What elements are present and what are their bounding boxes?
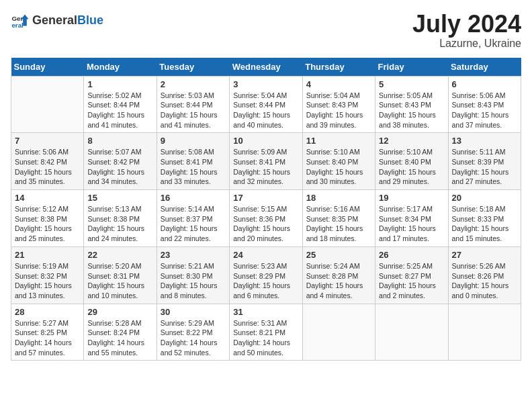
calendar-header-row: Sunday Monday Tuesday Wednesday Thursday…: [11, 58, 521, 77]
table-row: 14Sunrise: 5:12 AMSunset: 8:38 PMDayligh…: [11, 190, 84, 247]
title-block: July 2024 Lazurne, Ukraine: [412, 11, 521, 50]
svg-text:eral: eral: [11, 21, 24, 29]
day-info: Sunrise: 5:02 AMSunset: 8:44 PMDaylight:…: [87, 91, 152, 130]
day-info: Sunrise: 5:15 AMSunset: 8:36 PMDaylight:…: [233, 204, 298, 244]
day-info: Sunrise: 5:03 AMSunset: 8:44 PMDaylight:…: [161, 91, 226, 130]
day-number: 1: [87, 79, 152, 89]
day-number: 2: [161, 79, 226, 89]
calendar-week-row: 7Sunrise: 5:06 AMSunset: 8:42 PMDaylight…: [11, 133, 521, 190]
calendar-table: Sunday Monday Tuesday Wednesday Thursday…: [11, 58, 521, 361]
day-info: Sunrise: 5:12 AMSunset: 8:38 PMDaylight:…: [15, 204, 80, 244]
day-info: Sunrise: 5:19 AMSunset: 8:32 PMDaylight:…: [15, 261, 80, 301]
day-info: Sunrise: 5:10 AMSunset: 8:40 PMDaylight:…: [306, 147, 371, 187]
table-row: 13Sunrise: 5:11 AMSunset: 8:39 PMDayligh…: [448, 133, 521, 190]
table-row: 17Sunrise: 5:15 AMSunset: 8:36 PMDayligh…: [230, 190, 302, 247]
day-info: Sunrise: 5:10 AMSunset: 8:40 PMDaylight:…: [379, 147, 444, 187]
day-number: 3: [233, 79, 298, 89]
day-number: 5: [379, 79, 444, 89]
table-row: 4Sunrise: 5:04 AMSunset: 8:43 PMDaylight…: [302, 76, 375, 133]
day-number: 15: [87, 193, 152, 203]
table-row: 26Sunrise: 5:25 AMSunset: 8:27 PMDayligh…: [375, 246, 448, 304]
col-tuesday: Tuesday: [157, 58, 229, 77]
day-number: 21: [15, 250, 80, 260]
day-info: Sunrise: 5:06 AMSunset: 8:43 PMDaylight:…: [452, 91, 517, 130]
day-info: Sunrise: 5:05 AMSunset: 8:43 PMDaylight:…: [379, 91, 444, 130]
day-info: Sunrise: 5:21 AMSunset: 8:30 PMDaylight:…: [161, 261, 226, 301]
col-monday: Monday: [84, 58, 157, 77]
day-number: 9: [161, 136, 226, 146]
table-row: 30Sunrise: 5:29 AMSunset: 8:22 PMDayligh…: [157, 304, 229, 361]
day-info: Sunrise: 5:20 AMSunset: 8:31 PMDaylight:…: [87, 261, 152, 301]
day-info: Sunrise: 5:26 AMSunset: 8:26 PMDaylight:…: [452, 261, 517, 301]
day-number: 13: [452, 136, 517, 146]
day-info: Sunrise: 5:27 AMSunset: 8:25 PMDaylight:…: [15, 318, 80, 358]
day-info: Sunrise: 5:04 AMSunset: 8:43 PMDaylight:…: [306, 91, 371, 130]
day-number: 10: [233, 136, 298, 146]
logo-general-text: General: [32, 13, 77, 28]
table-row: 16Sunrise: 5:14 AMSunset: 8:37 PMDayligh…: [157, 190, 229, 247]
day-info: Sunrise: 5:29 AMSunset: 8:22 PMDaylight:…: [161, 318, 226, 358]
day-info: Sunrise: 5:09 AMSunset: 8:41 PMDaylight:…: [233, 147, 298, 187]
day-number: 8: [87, 136, 152, 146]
col-thursday: Thursday: [302, 58, 375, 77]
table-row: 21Sunrise: 5:19 AMSunset: 8:32 PMDayligh…: [11, 246, 84, 304]
day-number: 6: [452, 79, 517, 89]
day-info: Sunrise: 5:13 AMSunset: 8:38 PMDaylight:…: [87, 204, 152, 244]
table-row: 22Sunrise: 5:20 AMSunset: 8:31 PMDayligh…: [84, 246, 157, 304]
table-row: 5Sunrise: 5:05 AMSunset: 8:43 PMDaylight…: [375, 76, 448, 133]
logo-icon: Gen eral: [11, 11, 30, 30]
day-info: Sunrise: 5:11 AMSunset: 8:39 PMDaylight:…: [452, 147, 517, 187]
table-row: 31Sunrise: 5:31 AMSunset: 8:21 PMDayligh…: [230, 304, 302, 361]
table-row: 28Sunrise: 5:27 AMSunset: 8:25 PMDayligh…: [11, 304, 84, 361]
table-row: [11, 76, 84, 133]
table-row: 6Sunrise: 5:06 AMSunset: 8:43 PMDaylight…: [448, 76, 521, 133]
day-number: 22: [87, 250, 152, 260]
day-number: 7: [15, 136, 80, 146]
day-number: 11: [306, 136, 371, 146]
table-row: 24Sunrise: 5:23 AMSunset: 8:29 PMDayligh…: [230, 246, 302, 304]
day-info: Sunrise: 5:18 AMSunset: 8:33 PMDaylight:…: [452, 204, 517, 244]
table-row: 25Sunrise: 5:24 AMSunset: 8:28 PMDayligh…: [302, 246, 375, 304]
day-number: 29: [87, 307, 152, 317]
day-info: Sunrise: 5:16 AMSunset: 8:35 PMDaylight:…: [306, 204, 371, 244]
table-row: 12Sunrise: 5:10 AMSunset: 8:40 PMDayligh…: [375, 133, 448, 190]
table-row: 3Sunrise: 5:04 AMSunset: 8:44 PMDaylight…: [230, 76, 302, 133]
day-number: 17: [233, 193, 298, 203]
day-info: Sunrise: 5:07 AMSunset: 8:42 PMDaylight:…: [87, 147, 152, 187]
day-number: 12: [379, 136, 444, 146]
day-number: 14: [15, 193, 80, 203]
day-number: 4: [306, 79, 371, 89]
table-row: 29Sunrise: 5:28 AMSunset: 8:24 PMDayligh…: [84, 304, 157, 361]
day-number: 28: [15, 307, 80, 317]
table-row: [375, 304, 448, 361]
table-row: 1Sunrise: 5:02 AMSunset: 8:44 PMDaylight…: [84, 76, 157, 133]
month-title: July 2024: [412, 11, 521, 38]
logo-blue-text: Blue: [77, 13, 103, 28]
day-info: Sunrise: 5:23 AMSunset: 8:29 PMDaylight:…: [233, 261, 298, 301]
day-number: 16: [161, 193, 226, 203]
day-number: 31: [233, 307, 298, 317]
calendar-week-row: 14Sunrise: 5:12 AMSunset: 8:38 PMDayligh…: [11, 190, 521, 247]
day-number: 25: [306, 250, 371, 260]
table-row: 11Sunrise: 5:10 AMSunset: 8:40 PMDayligh…: [302, 133, 375, 190]
table-row: 8Sunrise: 5:07 AMSunset: 8:42 PMDaylight…: [84, 133, 157, 190]
day-number: 18: [306, 193, 371, 203]
calendar-week-row: 1Sunrise: 5:02 AMSunset: 8:44 PMDaylight…: [11, 76, 521, 133]
day-number: 24: [233, 250, 298, 260]
table-row: 27Sunrise: 5:26 AMSunset: 8:26 PMDayligh…: [448, 246, 521, 304]
table-row: [302, 304, 375, 361]
day-number: 20: [452, 193, 517, 203]
day-info: Sunrise: 5:31 AMSunset: 8:21 PMDaylight:…: [233, 318, 298, 358]
table-row: 18Sunrise: 5:16 AMSunset: 8:35 PMDayligh…: [302, 190, 375, 247]
col-saturday: Saturday: [448, 58, 521, 77]
col-wednesday: Wednesday: [230, 58, 302, 77]
table-row: 19Sunrise: 5:17 AMSunset: 8:34 PMDayligh…: [375, 190, 448, 247]
table-row: 10Sunrise: 5:09 AMSunset: 8:41 PMDayligh…: [230, 133, 302, 190]
page-header: Gen eral General Blue July 2024 Lazurne,…: [11, 11, 521, 50]
table-row: 7Sunrise: 5:06 AMSunset: 8:42 PMDaylight…: [11, 133, 84, 190]
location-title: Lazurne, Ukraine: [412, 38, 521, 50]
day-info: Sunrise: 5:25 AMSunset: 8:27 PMDaylight:…: [379, 261, 444, 301]
logo: Gen eral General Blue: [11, 11, 103, 30]
day-info: Sunrise: 5:14 AMSunset: 8:37 PMDaylight:…: [161, 204, 226, 244]
col-friday: Friday: [375, 58, 448, 77]
